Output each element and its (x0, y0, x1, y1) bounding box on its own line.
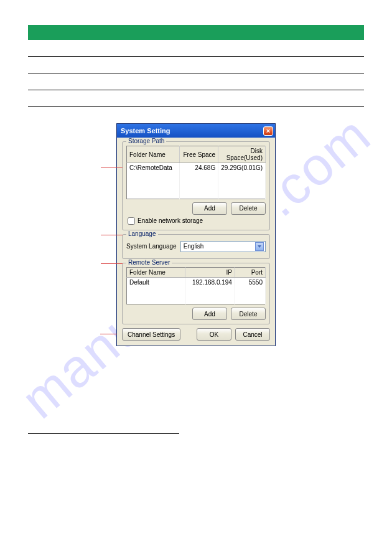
divider (28, 56, 364, 57)
divider (28, 106, 364, 107)
col-folder-name: Folder Name (127, 267, 185, 277)
enable-network-storage-checkbox[interactable] (128, 217, 135, 225)
col-port: Port (235, 267, 265, 277)
cell-ip: 192.168.0.194 (185, 277, 235, 287)
system-language-select[interactable]: English (180, 241, 266, 252)
system-language-value: English (184, 243, 204, 250)
table-header-row: Folder Name Free Space Disk Space(Used) (127, 146, 266, 163)
callout-line (101, 235, 123, 235)
language-legend: Language (126, 230, 158, 237)
remote-buttons: Add Delete (126, 308, 266, 320)
col-disk-space: Disk Space(Used) (218, 146, 266, 163)
dialog-body: Storage Path Folder Name Free Space Disk… (117, 138, 275, 346)
cell-free-space: 24.68G (179, 163, 218, 173)
dialog-bottom-row: Channel Settings OK Cancel (122, 328, 270, 341)
col-folder-name: Folder Name (127, 146, 180, 163)
table-row[interactable]: Default 192.168.0.194 5550 (127, 277, 266, 287)
dialog-title: System Setting (121, 127, 170, 134)
callout-line (100, 334, 117, 334)
delete-button[interactable]: Delete (231, 308, 266, 320)
table-row (127, 181, 266, 190)
cell-folder-name: C:\RemoteData (127, 163, 180, 173)
close-icon[interactable]: × (263, 126, 273, 136)
callout-line (101, 263, 123, 264)
add-button[interactable]: Add (192, 308, 227, 320)
language-group: Language System Language English (122, 234, 270, 259)
ok-button[interactable]: OK (197, 328, 231, 341)
table-header-row: Folder Name IP Port (127, 267, 266, 277)
table-row (127, 172, 266, 181)
header-green-bar (28, 25, 364, 40)
divider (28, 73, 364, 73)
system-setting-dialog: System Setting × Storage Path Folder Nam… (116, 123, 276, 346)
remote-server-table: Folder Name IP Port Default 192.168.0.19… (126, 267, 266, 305)
storage-table: Folder Name Free Space Disk Space(Used) … (126, 146, 266, 199)
callout-line (101, 167, 123, 167)
table-row (127, 190, 266, 199)
cell-server-name: Default (127, 277, 185, 287)
footer-rule (28, 433, 179, 434)
document-page: System Setting × Storage Path Folder Nam… (0, 0, 392, 459)
add-button[interactable]: Add (192, 202, 227, 215)
cancel-button[interactable]: Cancel (235, 328, 270, 341)
storage-path-group: Storage Path Folder Name Free Space Disk… (122, 141, 270, 230)
divider (28, 90, 364, 90)
chevron-down-icon (255, 242, 264, 251)
enable-network-storage-row: Enable network storage (128, 217, 266, 225)
table-row (127, 296, 266, 304)
cell-port: 5550 (235, 277, 265, 287)
col-free-space: Free Space (179, 146, 218, 163)
screenshot-figure: System Setting × Storage Path Folder Nam… (28, 123, 364, 346)
ok-cancel-group: OK Cancel (197, 328, 270, 341)
cell-disk-space: 29.29G(0.01G) (218, 163, 266, 173)
table-row[interactable]: C:\RemoteData 24.68G 29.29G(0.01G) (127, 163, 266, 173)
col-ip: IP (185, 267, 235, 277)
dialog-titlebar: System Setting × (117, 124, 275, 138)
channel-settings-button[interactable]: Channel Settings (122, 328, 180, 341)
delete-button[interactable]: Delete (231, 202, 266, 215)
remote-server-legend: Remote Server (126, 259, 172, 266)
remote-server-group: Remote Server Folder Name IP Port Defaul… (122, 263, 270, 325)
language-row: System Language English (126, 240, 266, 253)
system-language-label: System Language (126, 243, 177, 250)
enable-network-storage-label: Enable network storage (138, 217, 203, 224)
storage-buttons: Add Delete (126, 202, 266, 215)
storage-path-legend: Storage Path (126, 138, 166, 144)
table-row (127, 287, 266, 296)
